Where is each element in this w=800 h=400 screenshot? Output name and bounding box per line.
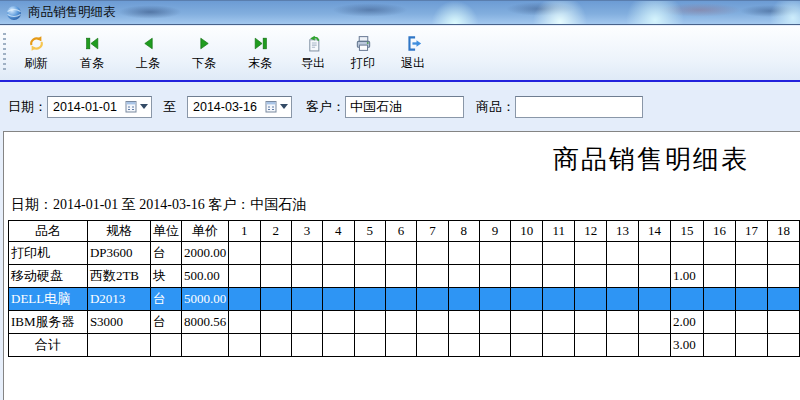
- table-cell: [417, 242, 448, 265]
- table-cell: [87, 334, 150, 357]
- table-row[interactable]: 移动硬盘西数2TB块500.001.00: [9, 265, 800, 288]
- exit-icon: [405, 35, 422, 52]
- dropdown-arrow-icon: [280, 104, 288, 109]
- table-cell: [323, 334, 354, 357]
- table-cell: 2.00: [671, 311, 704, 334]
- table-cell: 合计: [9, 334, 88, 357]
- table-cell: 500.00: [181, 265, 228, 288]
- toolbar-button-label: 打印: [351, 55, 375, 72]
- app-window: 商品销售明细表 刷新首条上条下条末条导出打印退出 日期： 2014-01-01 …: [0, 0, 800, 400]
- column-header: 4: [323, 221, 354, 242]
- dropdown-arrow-icon: [140, 104, 148, 109]
- product-input[interactable]: [515, 96, 643, 118]
- product-label: 商品：: [476, 98, 515, 116]
- table-cell: 西数2TB: [87, 265, 150, 288]
- total-row[interactable]: 合计3.00: [9, 334, 800, 357]
- table-cell: [323, 265, 354, 288]
- table-cell: [291, 311, 322, 334]
- table-cell: D2013: [87, 288, 150, 311]
- table-cell: [479, 265, 510, 288]
- toolbar-button-label: 上条: [136, 55, 160, 72]
- date-to-picker[interactable]: 2014-03-16: [187, 96, 292, 118]
- table-cell: [291, 265, 322, 288]
- globe-icon: [6, 5, 22, 21]
- column-header: 10: [511, 221, 543, 242]
- table-cell: [703, 334, 735, 357]
- table-cell: [417, 288, 448, 311]
- table-cell: [767, 311, 799, 334]
- report-area: 商品销售明细表 日期：2014-01-01 至 2014-03-16 客户：中国…: [3, 131, 800, 400]
- toolbar-grip[interactable]: [3, 33, 6, 73]
- table-cell: [385, 311, 416, 334]
- table-cell: IBM服务器: [9, 311, 88, 334]
- table-cell: [703, 242, 735, 265]
- toolbar-button-label: 导出: [301, 55, 325, 72]
- table-cell: 8000.56: [181, 311, 228, 334]
- column-header: 单价: [181, 221, 228, 242]
- column-header: 规格: [87, 221, 150, 242]
- table-cell: [417, 265, 448, 288]
- table-cell: [607, 334, 639, 357]
- table-cell: [607, 288, 639, 311]
- refresh-button[interactable]: 刷新: [8, 29, 64, 77]
- first-button[interactable]: 首条: [64, 29, 120, 77]
- table-row[interactable]: IBM服务器S3000台8000.562.00: [9, 311, 800, 334]
- table-cell: [575, 288, 607, 311]
- next-record-icon: [196, 35, 213, 52]
- table-cell: [543, 334, 575, 357]
- table-row[interactable]: 打印机DP3600台2000.00: [9, 242, 800, 265]
- export-button[interactable]: 导出: [288, 29, 338, 77]
- table-cell: 台: [150, 242, 181, 265]
- calendar-icon: [265, 100, 278, 113]
- table-cell: [229, 334, 260, 357]
- column-header: 1: [229, 221, 260, 242]
- table-cell: [229, 242, 260, 265]
- table-cell: [767, 265, 799, 288]
- exit-button[interactable]: 退出: [388, 29, 438, 77]
- column-header: 9: [479, 221, 510, 242]
- table-cell: [575, 311, 607, 334]
- table-cell: [291, 334, 322, 357]
- table-cell: [543, 311, 575, 334]
- column-header: 14: [639, 221, 671, 242]
- table-cell: 打印机: [9, 242, 88, 265]
- table-cell: [703, 265, 735, 288]
- toolbar-button-label: 下条: [192, 55, 216, 72]
- table-cell: [703, 288, 735, 311]
- column-header: 12: [575, 221, 607, 242]
- table-cell: [323, 242, 354, 265]
- table-cell: [354, 311, 385, 334]
- print-icon: [355, 35, 372, 52]
- column-header: 5: [354, 221, 385, 242]
- toolbar: 刷新首条上条下条末条导出打印退出: [0, 26, 800, 80]
- date-from-picker[interactable]: 2014-01-01: [47, 96, 152, 118]
- table-cell: [639, 242, 671, 265]
- table-cell: [260, 242, 291, 265]
- table-cell: 移动硬盘: [9, 265, 88, 288]
- table-cell: DP3600: [87, 242, 150, 265]
- toolbar-button-label: 刷新: [24, 55, 48, 72]
- table-cell: [767, 288, 799, 311]
- table-cell: [575, 242, 607, 265]
- window-title: 商品销售明细表: [28, 4, 116, 21]
- print-button[interactable]: 打印: [338, 29, 388, 77]
- toolbar-button-label: 退出: [401, 55, 425, 72]
- table-cell: [767, 334, 799, 357]
- table-cell: [735, 242, 767, 265]
- filter-bar: 日期： 2014-01-01 至 2014-03-16 客户： 中国石油 商品：: [0, 82, 800, 131]
- date-label: 日期：: [8, 98, 47, 116]
- prev-record-icon: [140, 35, 157, 52]
- table-cell: [639, 265, 671, 288]
- calendar-icon: [125, 100, 138, 113]
- table-row[interactable]: DELL电脑D2013台5000.00: [9, 288, 800, 311]
- prev-button[interactable]: 上条: [120, 29, 176, 77]
- last-button[interactable]: 末条: [232, 29, 288, 77]
- table-cell: [291, 288, 322, 311]
- customer-input[interactable]: 中国石油: [345, 96, 464, 118]
- table-cell: [448, 265, 479, 288]
- column-header: 15: [671, 221, 704, 242]
- table-cell: [735, 265, 767, 288]
- table-cell: [323, 288, 354, 311]
- table-cell: [575, 265, 607, 288]
- next-button[interactable]: 下条: [176, 29, 232, 77]
